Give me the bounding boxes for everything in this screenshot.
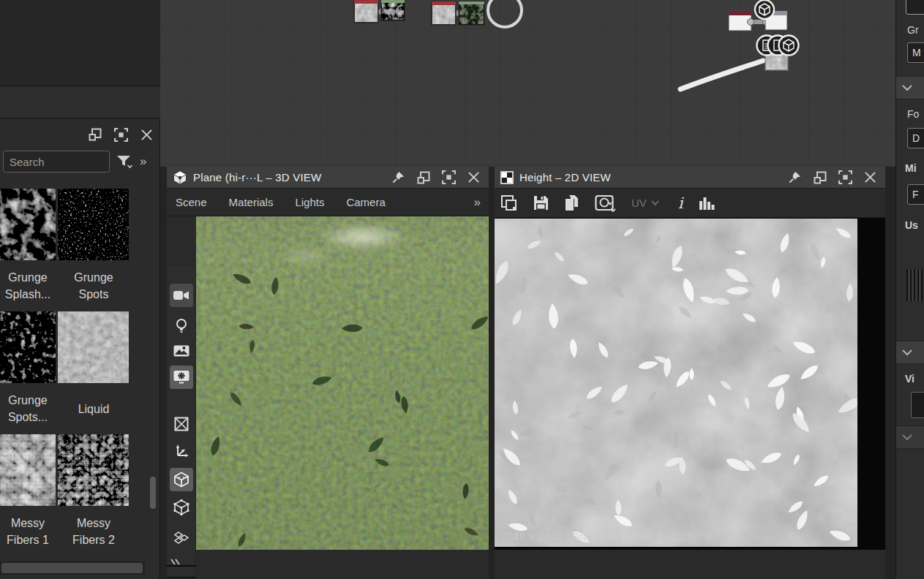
library-collapsed-strip <box>0 87 160 118</box>
library-item-label: Messy Fibers 1 <box>0 515 59 548</box>
property-label-user: Us <box>905 219 918 231</box>
property-field-group[interactable]: M <box>907 42 924 63</box>
view3d-toolbar <box>167 266 196 579</box>
divider <box>167 572 196 578</box>
library-search-row: » <box>3 151 158 173</box>
menu-overflow-chevron[interactable]: » <box>474 195 480 210</box>
uv-view-icon[interactable] <box>170 412 193 436</box>
menu-scene[interactable]: Scene <box>176 196 207 208</box>
histogram-icon[interactable] <box>698 195 717 211</box>
pin-icon[interactable] <box>788 170 802 184</box>
view2d-title: Height – 2D VIEW <box>519 171 782 183</box>
vertical-scrollbar[interactable] <box>150 477 156 509</box>
filter-icon[interactable] <box>116 154 134 170</box>
library-item-grunge-spots-2[interactable] <box>0 311 56 383</box>
library-item-grunge-spots[interactable] <box>58 189 129 260</box>
viewport-2d[interactable]: 2048 x 2048 (Grayscale HDR, 32bpc) <box>495 218 885 550</box>
library-overflow-chevron[interactable]: » <box>140 154 146 169</box>
dock-icon[interactable] <box>814 171 827 184</box>
view3d-titlebar: Plane (hi-r···L – 3D VIEW <box>167 167 489 189</box>
view3d-title: Plane (hi-r···L – 3D VIEW <box>193 171 386 183</box>
library-empty-area <box>0 0 160 86</box>
graph-wire <box>680 61 763 89</box>
library-item-label: Liquid <box>63 401 124 417</box>
environment-image-icon[interactable] <box>170 339 193 363</box>
menu-lights[interactable]: Lights <box>295 196 324 208</box>
checker-icon <box>500 171 514 184</box>
uv-mode-label: UV <box>631 197 647 209</box>
library-item-label: Grunge Splash... <box>0 269 59 303</box>
close-icon[interactable] <box>140 129 153 141</box>
library-window-bar <box>0 121 160 148</box>
view3d-panel: Plane (hi-r···L – 3D VIEW Scene Material… <box>167 167 489 579</box>
property-label-mip: Mi <box>905 162 917 174</box>
search-input[interactable] <box>3 151 110 173</box>
section-header[interactable] <box>896 425 924 449</box>
library-item-messy-fibers-1[interactable] <box>0 434 56 506</box>
cube-icon <box>173 170 187 185</box>
property-field[interactable] <box>911 392 924 418</box>
menu-camera[interactable]: Camera <box>346 196 385 208</box>
info-icon[interactable]: i <box>678 194 683 212</box>
property-label-format: Fo <box>907 108 919 120</box>
tiling-tiles-icon[interactable] <box>170 526 193 550</box>
dock-icon[interactable] <box>417 171 430 184</box>
maximize-icon[interactable] <box>442 170 456 184</box>
camera-display-icon[interactable] <box>170 284 193 307</box>
viewport-3d[interactable] <box>196 216 489 550</box>
cube-badge-icon <box>755 0 774 19</box>
property-label-visible: Vi <box>905 373 914 385</box>
property-field-mip[interactable]: F <box>907 184 924 205</box>
light-bulb-icon[interactable] <box>170 314 193 338</box>
property-field[interactable] <box>906 0 924 15</box>
view3d-menubar: Scene Materials Lights Camera » <box>167 189 489 216</box>
close-icon[interactable] <box>467 171 480 183</box>
cube-badge-icon <box>779 36 799 56</box>
maximize-icon[interactable] <box>838 170 852 184</box>
menu-materials[interactable]: Materials <box>229 196 274 208</box>
collapsed-panel-handle[interactable] <box>167 557 196 567</box>
copy-icon[interactable] <box>564 194 580 212</box>
library-item-label: Grunge Spots <box>63 269 124 303</box>
duplicate-image-icon[interactable] <box>500 194 518 212</box>
save-icon[interactable] <box>533 194 549 211</box>
view2d-titlebar: Height – 2D VIEW <box>495 167 885 189</box>
gradient-widget[interactable] <box>906 269 923 301</box>
close-icon[interactable] <box>864 171 876 183</box>
uv-mode-dropdown[interactable]: UV <box>631 197 659 209</box>
dock-icon[interactable] <box>89 128 102 141</box>
graph-canvas[interactable] <box>160 0 895 167</box>
image-info-overlay: 2048 x 2048 (Grayscale HDR, 32bpc) <box>500 530 691 542</box>
library-item-liquid[interactable] <box>58 311 129 383</box>
export-image-icon[interactable] <box>595 194 617 212</box>
horizontal-scrollbar-track <box>0 561 145 575</box>
section-header[interactable] <box>896 341 924 364</box>
horizontal-scrollbar[interactable] <box>1 563 143 573</box>
library-item-messy-fibers-2[interactable] <box>58 434 129 506</box>
properties-panel: Gr M Fo D Mi F Us Vi <box>895 0 924 579</box>
graph-node[interactable] <box>459 1 484 25</box>
wireframe-cube-icon[interactable] <box>170 496 193 519</box>
library-item-label: Messy Fibers 2 <box>63 515 124 548</box>
axis-gizmo-icon[interactable] <box>170 440 193 463</box>
library-panel: » Grunge Splash... Grunge Spots Grunge S… <box>0 0 160 579</box>
graph-node[interactable] <box>381 0 405 20</box>
library-item-label: Grunge Spots... <box>0 392 59 425</box>
property-field-format[interactable]: D <box>907 128 924 148</box>
app-window: » Grunge Splash... Grunge Spots Grunge S… <box>0 0 924 579</box>
pin-icon[interactable] <box>391 170 405 184</box>
view2d-panel: Height – 2D VIEW <box>495 167 885 579</box>
display-settings-icon[interactable] <box>170 366 193 389</box>
graph-wire-arc <box>488 0 522 27</box>
property-label-group: Gr <box>907 24 919 36</box>
mesh-cube-icon[interactable] <box>170 468 193 491</box>
view2d-toolbar: UV i <box>495 189 885 218</box>
heightmap-image: 2048 x 2048 (Grayscale HDR, 32bpc) <box>495 219 857 547</box>
maximize-icon[interactable] <box>114 128 128 142</box>
section-header[interactable] <box>896 76 924 99</box>
library-item-grunge-splash[interactable] <box>0 189 56 260</box>
